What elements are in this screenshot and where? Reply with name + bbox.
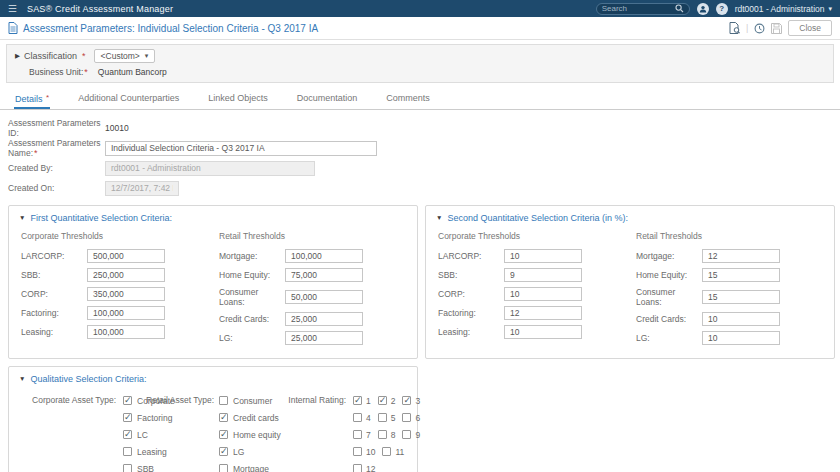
checkbox-item-rating-4[interactable]: 4 <box>353 413 371 423</box>
checkbox[interactable] <box>353 396 362 405</box>
checkbox[interactable] <box>123 413 132 422</box>
checkbox-item-rating-8[interactable]: 8 <box>378 430 396 440</box>
checkbox[interactable] <box>378 413 387 422</box>
checkbox-label: LG <box>233 447 244 457</box>
first-home-equity-input[interactable] <box>285 268 363 282</box>
history-icon[interactable] <box>754 23 765 34</box>
tab-comments[interactable]: Comments <box>385 89 431 109</box>
tab-details[interactable]: Details * <box>14 89 50 109</box>
second-consumer-loans-input[interactable] <box>702 290 780 304</box>
second-lg-input[interactable] <box>702 331 780 345</box>
help-icon[interactable]: ? <box>716 3 728 15</box>
checkbox[interactable] <box>219 430 228 439</box>
checkbox-label: 8 <box>391 430 396 440</box>
user-menu[interactable]: rdt0001 - Administration ▾ <box>735 4 832 14</box>
search-icon[interactable] <box>675 4 684 13</box>
second-home-equity-input[interactable] <box>702 268 780 282</box>
checkbox-item-home-equity[interactable]: Home equity <box>219 426 281 443</box>
checkbox-item-rating-11[interactable]: 11 <box>382 447 404 457</box>
user-icon[interactable] <box>697 3 709 15</box>
expand-triangle-icon[interactable]: ▶ <box>15 53 20 59</box>
checkbox[interactable] <box>353 447 362 456</box>
checkbox[interactable] <box>353 464 362 472</box>
checkbox[interactable] <box>219 464 228 472</box>
checkbox-item-rating-1[interactable]: 1 <box>353 396 371 406</box>
checkbox[interactable] <box>402 430 411 439</box>
checkbox-item-rating-12[interactable]: 12 <box>353 464 375 472</box>
first-mortgage-input[interactable] <box>285 249 363 263</box>
checkbox[interactable] <box>382 447 391 456</box>
first-consumer-loans-input[interactable] <box>285 290 363 304</box>
first-larcorp-input[interactable] <box>87 249 165 263</box>
second-credit-cards-input[interactable] <box>702 312 780 326</box>
checkbox-item-rating-10[interactable]: 10 <box>353 447 375 457</box>
checkbox[interactable] <box>353 413 362 422</box>
checkbox-item-leasing[interactable]: Leasing <box>123 443 175 460</box>
second-mortgage-input[interactable] <box>702 249 780 263</box>
checkbox[interactable] <box>378 396 387 405</box>
user-menu-label: rdt0001 - Administration <box>735 4 825 14</box>
second-corp-input[interactable] <box>504 287 582 301</box>
second-leasing-input[interactable] <box>504 325 582 339</box>
checkbox-item-rating-7[interactable]: 7 <box>353 430 371 440</box>
document-icon <box>8 22 18 34</box>
checkbox[interactable] <box>402 396 411 405</box>
sbb-label: SBB: <box>438 270 504 280</box>
checkbox-item-sbb[interactable]: SBB <box>123 460 175 472</box>
first-leasing-input[interactable] <box>87 325 165 339</box>
tab-linked-objects[interactable]: Linked Objects <box>207 89 269 109</box>
collapse-triangle-icon[interactable]: ▼ <box>19 215 25 221</box>
search-box[interactable] <box>596 3 690 15</box>
checkbox[interactable] <box>219 413 228 422</box>
classification-panel: ▶ Classification * <Custom> ▾ Business U… <box>6 44 834 83</box>
checkbox[interactable] <box>123 464 132 472</box>
checkbox-label: 5 <box>391 413 396 423</box>
tab-documentation[interactable]: Documentation <box>296 89 359 109</box>
checkbox[interactable] <box>402 413 411 422</box>
checkbox-item-rating-6[interactable]: 6 <box>402 413 420 423</box>
second-sbb-input[interactable] <box>504 268 582 282</box>
checkbox-item-rating-5[interactable]: 5 <box>378 413 396 423</box>
search-input[interactable] <box>602 4 675 13</box>
first-lg-input[interactable] <box>285 331 363 345</box>
first-factoring-input[interactable] <box>87 306 165 320</box>
checkbox[interactable] <box>219 396 228 405</box>
second-factoring-input[interactable] <box>504 306 582 320</box>
factoring-label: Factoring: <box>438 308 504 318</box>
assessment-name-input[interactable] <box>105 141 377 156</box>
checkbox-item-lg[interactable]: LG <box>219 443 281 460</box>
chevron-down-icon: ▾ <box>828 5 832 12</box>
hamburger-menu-icon[interactable]: ☰ <box>8 4 17 14</box>
first-sbb-input[interactable] <box>87 268 165 282</box>
tab-additional-counterparties[interactable]: Additional Counterparties <box>77 89 180 109</box>
checkbox[interactable] <box>219 447 228 456</box>
classification-dropdown[interactable]: <Custom> ▾ <box>94 49 156 63</box>
first-credit-cards-input[interactable] <box>285 312 363 326</box>
chevron-down-icon: ▾ <box>145 52 149 59</box>
created-by-field <box>105 161 315 176</box>
first-corp-input[interactable] <box>87 287 165 301</box>
checkbox[interactable] <box>123 447 132 456</box>
checkbox-item-lc[interactable]: LC <box>123 426 175 443</box>
corporate-thresholds-header: Corporate Thresholds <box>21 231 215 241</box>
checkbox[interactable] <box>378 430 387 439</box>
consumer-loans-label: Consumer Loans: <box>219 287 285 307</box>
collapse-triangle-icon[interactable]: ▼ <box>436 215 442 221</box>
created-on-label: Created On: <box>8 183 105 193</box>
checkbox-item-factoring[interactable]: Factoring <box>123 409 175 426</box>
checkbox-item-rating-2[interactable]: 2 <box>378 396 396 406</box>
required-marker: * <box>82 51 86 61</box>
close-button[interactable]: Close <box>788 20 832 36</box>
second-quantitative-panel: ▼ Second Quantitative Selection Criteria… <box>425 205 835 359</box>
second-larcorp-input[interactable] <box>504 249 582 263</box>
checkbox[interactable] <box>123 430 132 439</box>
checkbox[interactable] <box>353 430 362 439</box>
checkbox-item-rating-3[interactable]: 3 <box>402 396 420 406</box>
preview-icon[interactable] <box>729 22 740 34</box>
larcorp-label: LARCORP: <box>438 251 504 261</box>
checkbox-item-credit-cards[interactable]: Credit cards <box>219 409 281 426</box>
save-icon[interactable] <box>771 23 782 34</box>
checkbox-item-mortgage[interactable]: Mortgage <box>219 460 281 472</box>
collapse-triangle-icon[interactable]: ▼ <box>19 376 25 382</box>
checkbox-item-rating-9[interactable]: 9 <box>402 430 420 440</box>
